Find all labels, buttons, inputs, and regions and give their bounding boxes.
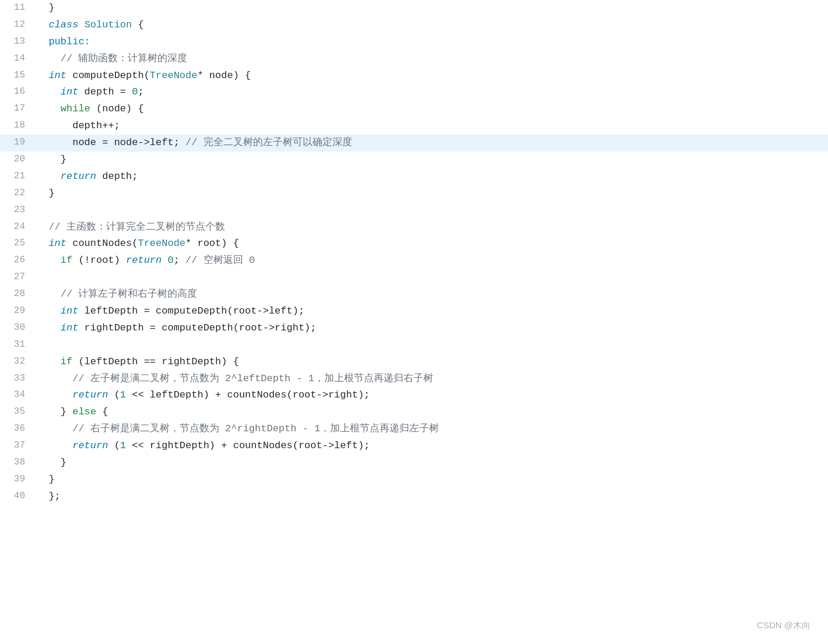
line-number: 11 [0,0,32,17]
line-number: 29 [0,303,32,320]
line-number: 19 [0,135,32,152]
line-content: } [32,185,828,202]
line-content: } else { [32,404,828,421]
line-number: 33 [0,371,32,388]
line-number: 38 [0,455,32,471]
line-number: 18 [0,118,32,135]
line-number: 15 [0,68,32,85]
line-content: // 右子树是满二叉树，节点数为 2^rightDepth - 1，加上根节点再… [32,421,828,438]
line-number: 36 [0,421,32,438]
line-content: return depth; [32,168,828,185]
line-number: 22 [0,185,32,202]
line-content: while (node) { [32,101,828,118]
line-number: 27 [0,269,32,286]
line-content: public: [32,34,828,51]
line-content: // 辅助函数：计算树的深度 [32,51,828,68]
line-number: 21 [0,168,32,185]
line-content [32,337,828,354]
line-number: 23 [0,202,32,219]
line-content: depth++; [32,118,828,135]
line-content [32,269,828,286]
code-block: 11 }12 class Solution {13 public:14 // 辅… [0,0,828,644]
line-content: } [32,152,828,168]
code-table: 11 }12 class Solution {13 public:14 // 辅… [0,0,828,505]
line-content: if (!root) return 0; // 空树返回 0 [32,252,828,269]
line-number: 40 [0,488,32,505]
line-content: int countNodes(TreeNode* root) { [32,235,828,252]
line-content: } [32,455,828,471]
line-number: 14 [0,51,32,68]
line-number: 34 [0,387,32,404]
line-number: 26 [0,252,32,269]
line-number: 12 [0,17,32,34]
line-number: 25 [0,235,32,252]
line-content: int rightDepth = computeDepth(root->righ… [32,320,828,337]
line-number: 13 [0,34,32,51]
line-content: }; [32,488,828,505]
line-number: 32 [0,354,32,371]
line-content: if (leftDepth == rightDepth) { [32,354,828,371]
line-content: } [32,0,828,17]
watermark-label: CSDN @木向 [757,618,811,632]
line-content: int computeDepth(TreeNode* node) { [32,68,828,85]
line-number: 35 [0,404,32,421]
line-number: 24 [0,219,32,236]
line-number: 37 [0,438,32,455]
line-content [32,202,828,219]
line-content: // 主函数：计算完全二叉树的节点个数 [32,219,828,236]
line-number: 16 [0,84,32,101]
line-content: int depth = 0; [32,84,828,101]
line-number: 30 [0,320,32,337]
line-number: 31 [0,337,32,354]
line-content: return (1 << leftDepth) + countNodes(roo… [32,387,828,404]
line-number: 39 [0,471,32,488]
line-content: node = node->left; // 完全二叉树的左子树可以确定深度 [32,135,828,152]
line-number: 17 [0,101,32,118]
line-content: return (1 << rightDepth) + countNodes(ro… [32,438,828,455]
line-content: } [32,471,828,488]
line-number: 28 [0,286,32,303]
line-content: // 计算左子树和右子树的高度 [32,286,828,303]
line-content: int leftDepth = computeDepth(root->left)… [32,303,828,320]
line-content: // 左子树是满二叉树，节点数为 2^leftDepth - 1，加上根节点再递… [32,371,828,388]
line-content: class Solution { [32,17,828,34]
line-number: 20 [0,152,32,168]
